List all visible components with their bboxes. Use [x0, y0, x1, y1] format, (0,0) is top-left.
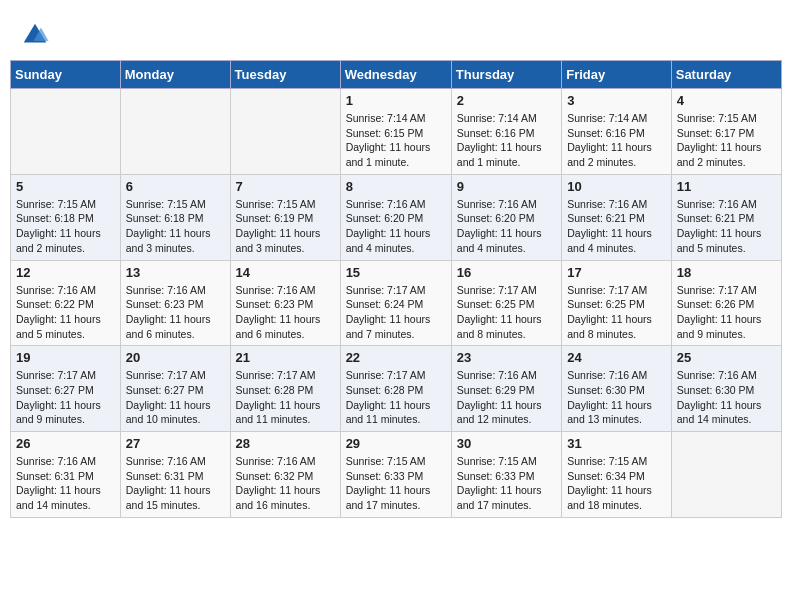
- col-header-sunday: Sunday: [11, 61, 121, 89]
- cell-info: Sunrise: 7:17 AM Sunset: 6:25 PM Dayligh…: [567, 283, 666, 342]
- logo: [20, 20, 54, 50]
- calendar-cell: [230, 89, 340, 175]
- calendar-cell: 14Sunrise: 7:16 AM Sunset: 6:23 PM Dayli…: [230, 260, 340, 346]
- day-number: 30: [457, 436, 556, 451]
- cell-info: Sunrise: 7:17 AM Sunset: 6:24 PM Dayligh…: [346, 283, 446, 342]
- day-number: 13: [126, 265, 225, 280]
- cell-info: Sunrise: 7:14 AM Sunset: 6:16 PM Dayligh…: [457, 111, 556, 170]
- calendar-cell: 18Sunrise: 7:17 AM Sunset: 6:26 PM Dayli…: [671, 260, 781, 346]
- calendar-cell: 23Sunrise: 7:16 AM Sunset: 6:29 PM Dayli…: [451, 346, 561, 432]
- cell-info: Sunrise: 7:15 AM Sunset: 6:19 PM Dayligh…: [236, 197, 335, 256]
- calendar-cell: 15Sunrise: 7:17 AM Sunset: 6:24 PM Dayli…: [340, 260, 451, 346]
- cell-info: Sunrise: 7:16 AM Sunset: 6:31 PM Dayligh…: [16, 454, 115, 513]
- calendar-cell: [671, 432, 781, 518]
- cell-info: Sunrise: 7:17 AM Sunset: 6:28 PM Dayligh…: [236, 368, 335, 427]
- day-number: 22: [346, 350, 446, 365]
- day-number: 29: [346, 436, 446, 451]
- cell-info: Sunrise: 7:16 AM Sunset: 6:29 PM Dayligh…: [457, 368, 556, 427]
- calendar-cell: 20Sunrise: 7:17 AM Sunset: 6:27 PM Dayli…: [120, 346, 230, 432]
- calendar-cell: 9Sunrise: 7:16 AM Sunset: 6:20 PM Daylig…: [451, 174, 561, 260]
- day-number: 4: [677, 93, 776, 108]
- calendar-cell: 28Sunrise: 7:16 AM Sunset: 6:32 PM Dayli…: [230, 432, 340, 518]
- day-number: 20: [126, 350, 225, 365]
- day-number: 23: [457, 350, 556, 365]
- day-number: 15: [346, 265, 446, 280]
- cell-info: Sunrise: 7:16 AM Sunset: 6:21 PM Dayligh…: [677, 197, 776, 256]
- cell-info: Sunrise: 7:16 AM Sunset: 6:21 PM Dayligh…: [567, 197, 666, 256]
- cell-info: Sunrise: 7:15 AM Sunset: 6:33 PM Dayligh…: [346, 454, 446, 513]
- calendar-cell: 5Sunrise: 7:15 AM Sunset: 6:18 PM Daylig…: [11, 174, 121, 260]
- day-number: 11: [677, 179, 776, 194]
- day-number: 6: [126, 179, 225, 194]
- day-number: 17: [567, 265, 666, 280]
- calendar-cell: 12Sunrise: 7:16 AM Sunset: 6:22 PM Dayli…: [11, 260, 121, 346]
- col-header-saturday: Saturday: [671, 61, 781, 89]
- calendar-table: SundayMondayTuesdayWednesdayThursdayFrid…: [10, 60, 782, 518]
- day-number: 16: [457, 265, 556, 280]
- calendar-cell: 3Sunrise: 7:14 AM Sunset: 6:16 PM Daylig…: [562, 89, 672, 175]
- cell-info: Sunrise: 7:16 AM Sunset: 6:30 PM Dayligh…: [677, 368, 776, 427]
- calendar-cell: [120, 89, 230, 175]
- day-number: 27: [126, 436, 225, 451]
- cell-info: Sunrise: 7:15 AM Sunset: 6:18 PM Dayligh…: [16, 197, 115, 256]
- calendar-cell: 25Sunrise: 7:16 AM Sunset: 6:30 PM Dayli…: [671, 346, 781, 432]
- cell-info: Sunrise: 7:17 AM Sunset: 6:25 PM Dayligh…: [457, 283, 556, 342]
- day-number: 8: [346, 179, 446, 194]
- calendar-cell: 22Sunrise: 7:17 AM Sunset: 6:28 PM Dayli…: [340, 346, 451, 432]
- calendar-cell: 21Sunrise: 7:17 AM Sunset: 6:28 PM Dayli…: [230, 346, 340, 432]
- day-number: 19: [16, 350, 115, 365]
- cell-info: Sunrise: 7:16 AM Sunset: 6:31 PM Dayligh…: [126, 454, 225, 513]
- cell-info: Sunrise: 7:15 AM Sunset: 6:33 PM Dayligh…: [457, 454, 556, 513]
- calendar-cell: 8Sunrise: 7:16 AM Sunset: 6:20 PM Daylig…: [340, 174, 451, 260]
- col-header-tuesday: Tuesday: [230, 61, 340, 89]
- calendar-cell: 19Sunrise: 7:17 AM Sunset: 6:27 PM Dayli…: [11, 346, 121, 432]
- logo-icon: [20, 20, 50, 50]
- calendar-cell: 27Sunrise: 7:16 AM Sunset: 6:31 PM Dayli…: [120, 432, 230, 518]
- calendar-cell: 10Sunrise: 7:16 AM Sunset: 6:21 PM Dayli…: [562, 174, 672, 260]
- col-header-wednesday: Wednesday: [340, 61, 451, 89]
- calendar-cell: 29Sunrise: 7:15 AM Sunset: 6:33 PM Dayli…: [340, 432, 451, 518]
- day-number: 26: [16, 436, 115, 451]
- day-number: 1: [346, 93, 446, 108]
- day-number: 25: [677, 350, 776, 365]
- cell-info: Sunrise: 7:14 AM Sunset: 6:16 PM Dayligh…: [567, 111, 666, 170]
- col-header-thursday: Thursday: [451, 61, 561, 89]
- cell-info: Sunrise: 7:15 AM Sunset: 6:34 PM Dayligh…: [567, 454, 666, 513]
- cell-info: Sunrise: 7:16 AM Sunset: 6:22 PM Dayligh…: [16, 283, 115, 342]
- cell-info: Sunrise: 7:17 AM Sunset: 6:26 PM Dayligh…: [677, 283, 776, 342]
- col-header-friday: Friday: [562, 61, 672, 89]
- cell-info: Sunrise: 7:17 AM Sunset: 6:27 PM Dayligh…: [126, 368, 225, 427]
- calendar-cell: 2Sunrise: 7:14 AM Sunset: 6:16 PM Daylig…: [451, 89, 561, 175]
- day-number: 14: [236, 265, 335, 280]
- cell-info: Sunrise: 7:15 AM Sunset: 6:17 PM Dayligh…: [677, 111, 776, 170]
- page-header: [10, 10, 782, 55]
- day-number: 28: [236, 436, 335, 451]
- day-number: 3: [567, 93, 666, 108]
- cell-info: Sunrise: 7:16 AM Sunset: 6:20 PM Dayligh…: [457, 197, 556, 256]
- calendar-cell: 16Sunrise: 7:17 AM Sunset: 6:25 PM Dayli…: [451, 260, 561, 346]
- day-number: 9: [457, 179, 556, 194]
- calendar-cell: [11, 89, 121, 175]
- calendar-cell: 26Sunrise: 7:16 AM Sunset: 6:31 PM Dayli…: [11, 432, 121, 518]
- day-number: 24: [567, 350, 666, 365]
- day-number: 5: [16, 179, 115, 194]
- day-number: 7: [236, 179, 335, 194]
- calendar-cell: 30Sunrise: 7:15 AM Sunset: 6:33 PM Dayli…: [451, 432, 561, 518]
- cell-info: Sunrise: 7:16 AM Sunset: 6:32 PM Dayligh…: [236, 454, 335, 513]
- cell-info: Sunrise: 7:16 AM Sunset: 6:23 PM Dayligh…: [126, 283, 225, 342]
- day-number: 10: [567, 179, 666, 194]
- calendar-cell: 31Sunrise: 7:15 AM Sunset: 6:34 PM Dayli…: [562, 432, 672, 518]
- cell-info: Sunrise: 7:15 AM Sunset: 6:18 PM Dayligh…: [126, 197, 225, 256]
- calendar-cell: 17Sunrise: 7:17 AM Sunset: 6:25 PM Dayli…: [562, 260, 672, 346]
- cell-info: Sunrise: 7:16 AM Sunset: 6:30 PM Dayligh…: [567, 368, 666, 427]
- calendar-cell: 24Sunrise: 7:16 AM Sunset: 6:30 PM Dayli…: [562, 346, 672, 432]
- col-header-monday: Monday: [120, 61, 230, 89]
- cell-info: Sunrise: 7:16 AM Sunset: 6:23 PM Dayligh…: [236, 283, 335, 342]
- calendar-cell: 4Sunrise: 7:15 AM Sunset: 6:17 PM Daylig…: [671, 89, 781, 175]
- calendar-cell: 13Sunrise: 7:16 AM Sunset: 6:23 PM Dayli…: [120, 260, 230, 346]
- calendar-cell: 6Sunrise: 7:15 AM Sunset: 6:18 PM Daylig…: [120, 174, 230, 260]
- calendar-cell: 11Sunrise: 7:16 AM Sunset: 6:21 PM Dayli…: [671, 174, 781, 260]
- calendar-cell: 7Sunrise: 7:15 AM Sunset: 6:19 PM Daylig…: [230, 174, 340, 260]
- day-number: 2: [457, 93, 556, 108]
- day-number: 31: [567, 436, 666, 451]
